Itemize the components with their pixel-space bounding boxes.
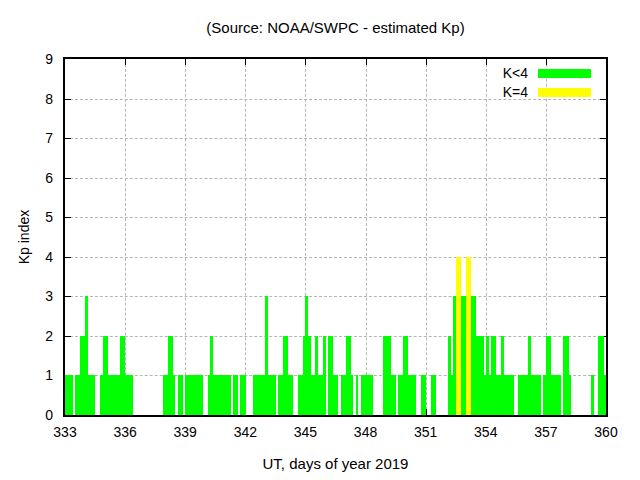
y-tick-mark (600, 257, 606, 258)
gridline-x-348 (366, 59, 367, 415)
x-tick-label-348: 348 (346, 424, 386, 440)
y-tick-mark (600, 178, 606, 179)
y-tick-label-9: 9 (21, 51, 53, 67)
x-tick-label-351: 351 (406, 424, 446, 440)
kp-bar (200, 375, 203, 415)
x-tick-mark (426, 59, 427, 65)
gridline-x-339 (185, 59, 186, 415)
kp-bar (603, 375, 606, 415)
gridline-x-342 (245, 59, 246, 415)
y-tick-mark (65, 178, 71, 179)
kp-bar (356, 375, 359, 415)
y-tick-label-1: 1 (21, 367, 53, 383)
y-tick-label-8: 8 (21, 91, 53, 107)
y-tick-mark (65, 138, 71, 139)
x-tick-mark (125, 59, 126, 65)
kp-bar (130, 375, 133, 415)
x-tick-label-336: 336 (105, 424, 145, 440)
y-tick-label-7: 7 (21, 130, 53, 146)
y-tick-label-2: 2 (21, 328, 53, 344)
kp-bar (235, 375, 238, 415)
x-tick-label-339: 339 (165, 424, 205, 440)
kp-bar (173, 375, 176, 415)
kp-bar (351, 375, 354, 415)
x-tick-mark (366, 59, 367, 65)
legend: K<4 K=4 (503, 66, 591, 99)
gridline-y-2 (65, 336, 606, 337)
kp-bar (538, 375, 541, 415)
kp-bar (93, 375, 96, 415)
kp-bar (290, 375, 293, 415)
y-tick-mark (65, 296, 71, 297)
kp-bar (243, 375, 246, 415)
x-tick-label-345: 345 (285, 424, 325, 440)
x-tick-label-360: 360 (586, 424, 626, 440)
kp-bar (423, 375, 426, 415)
kp-bar (413, 375, 416, 415)
y-tick-mark (65, 99, 71, 100)
y-tick-label-5: 5 (21, 209, 53, 225)
kp-bar (70, 375, 73, 415)
legend-swatch-yellow (538, 88, 591, 97)
chart-title: (Source: NOAA/SWPC - estimated Kp) (63, 19, 608, 36)
y-axis-label: Kp index (16, 189, 32, 285)
y-tick-mark (600, 296, 606, 297)
kp-bar (180, 375, 183, 415)
x-axis-label: UT, days of year 2019 (63, 455, 608, 472)
x-tick-mark (305, 59, 306, 65)
y-tick-mark (65, 217, 71, 218)
kp-index-chart: (Source: NOAA/SWPC - estimated Kp) Kp in… (0, 0, 640, 480)
gridline-y-3 (65, 296, 606, 297)
gridline-y-5 (65, 217, 606, 218)
kp-bar (558, 375, 561, 415)
gridline-x-351 (426, 59, 427, 415)
x-tick-mark (185, 59, 186, 65)
y-tick-label-4: 4 (21, 249, 53, 265)
kp-bar (371, 375, 374, 415)
y-tick-label-6: 6 (21, 170, 53, 186)
legend-label-k-below-4: K<4 (503, 66, 528, 80)
x-tick-mark (486, 59, 487, 65)
legend-swatch-green (538, 69, 591, 78)
kp-bar (591, 375, 594, 415)
x-tick-label-333: 333 (45, 424, 85, 440)
gridline-y-7 (65, 138, 606, 139)
kp-bar (273, 375, 276, 415)
kp-bar (568, 375, 571, 415)
legend-label-k-equal-4: K=4 (503, 85, 528, 99)
y-tick-mark (600, 99, 606, 100)
kp-bar (228, 375, 231, 415)
x-tick-label-357: 357 (526, 424, 566, 440)
y-tick-mark (600, 138, 606, 139)
y-tick-mark (600, 217, 606, 218)
y-tick-label-3: 3 (21, 288, 53, 304)
y-tick-label-0: 0 (21, 407, 53, 423)
plot-area: K<4 K=4 (63, 57, 608, 417)
kp-bar (323, 336, 326, 415)
legend-item-k-equal-4: K=4 (503, 85, 591, 99)
y-tick-mark (65, 257, 71, 258)
x-tick-label-342: 342 (225, 424, 265, 440)
kp-bar (433, 375, 436, 415)
y-tick-mark (65, 336, 71, 337)
plot-grid-and-bars (65, 59, 606, 415)
kp-bar (336, 375, 339, 415)
kp-bar (393, 375, 396, 415)
gridline-y-6 (65, 178, 606, 179)
gridline-y-4 (65, 257, 606, 258)
kp-bar (511, 375, 514, 415)
legend-item-k-below-4: K<4 (503, 66, 591, 80)
x-tick-label-354: 354 (466, 424, 506, 440)
x-tick-mark (245, 59, 246, 65)
x-tick-mark (546, 59, 547, 65)
